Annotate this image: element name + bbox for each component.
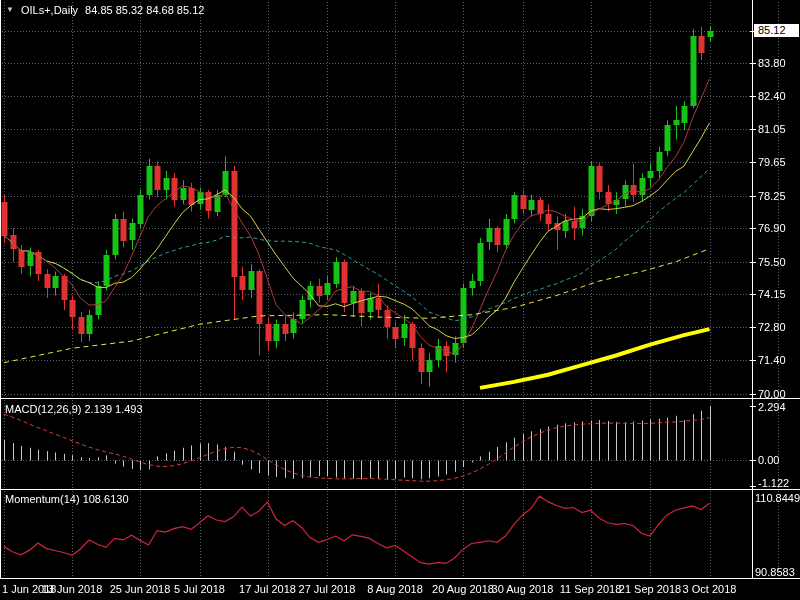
date-tick-label: 11 Sep 2018 (560, 583, 622, 595)
price-tick-label: 71.40 (758, 354, 786, 366)
momentum-tick-label: 110.8449 (755, 492, 800, 504)
price-tick-label: 76.90 (758, 222, 786, 234)
date-tick-label: 21 Sep 2018 (619, 583, 681, 595)
chart-canvas[interactable] (0, 0, 800, 600)
date-tick-label: 27 Jul 2018 (299, 583, 356, 595)
date-tick-label: 3 Oct 2018 (683, 583, 737, 595)
indicator-label-macd: MACD(12,26,9) 2.139 1.493 (5, 403, 143, 415)
price-tick-label: 81.05 (758, 123, 786, 135)
price-tick-label: 82.40 (758, 90, 786, 102)
ohlc-readout: 84.85 85.32 84.68 85.12 (85, 4, 204, 16)
macd-tick-label: 0.00 (758, 454, 779, 466)
price-tick-label: 70.00 (758, 388, 786, 400)
chart-window: ▼ OILs+,Daily 84.85 85.32 84.68 85.12 MA… (0, 0, 800, 600)
date-tick-label: 5 Jul 2018 (174, 583, 225, 595)
date-tick-label: 30 Aug 2018 (492, 583, 554, 595)
date-tick-label: 17 Jul 2018 (239, 583, 296, 595)
price-tick-label: 78.25 (758, 190, 786, 202)
price-tick-label: 75.50 (758, 256, 786, 268)
indicator-label-momentum: Momentum(14) 108.6130 (5, 493, 129, 505)
date-tick-label: 13 Jun 2018 (42, 583, 103, 595)
date-tick-label: 25 Jun 2018 (110, 583, 171, 595)
price-tick-label: 72.80 (758, 321, 786, 333)
collapse-arrow-icon[interactable]: ▼ (6, 4, 14, 16)
date-tick-label: 8 Aug 2018 (367, 583, 423, 595)
momentum-tick-label: 90.8583 (755, 566, 795, 578)
price-tick-label: 74.15 (758, 288, 786, 300)
macd-tick-label: 2.294 (758, 401, 786, 413)
chart-title: ▼ OILs+,Daily 84.85 85.32 84.68 85.12 (6, 4, 204, 16)
macd-tick-label: -1.122 (758, 477, 789, 489)
date-tick-label: 20 Aug 2018 (432, 583, 494, 595)
price-tick-label: 83.80 (758, 57, 786, 69)
price-tick-label: 79.65 (758, 156, 786, 168)
current-price-tag: 85.12 (754, 24, 799, 37)
symbol-period-label: OILs+,Daily (21, 4, 78, 16)
